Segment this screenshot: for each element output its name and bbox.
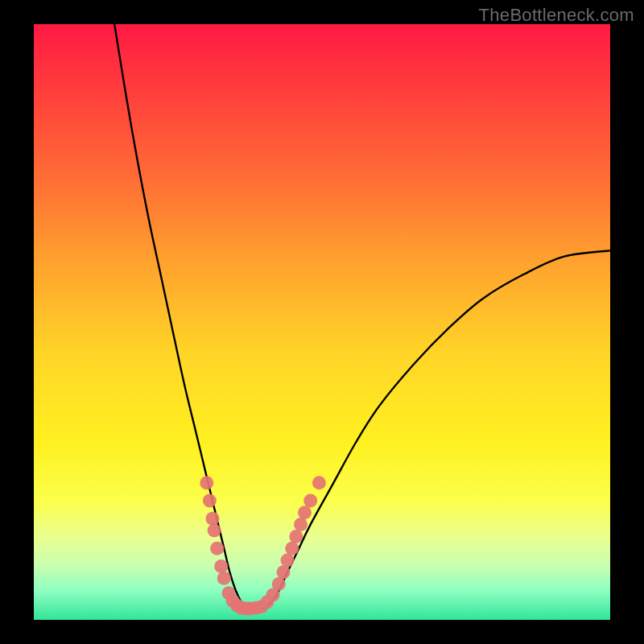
watermark-text: TheBottleneck.com [479,5,634,26]
chart-frame: TheBottleneck.com [0,0,644,644]
marker-dot [200,476,213,489]
marker-dot [312,476,326,489]
marker-dot [214,559,228,573]
chart-svg [34,24,610,620]
marker-dots [200,476,326,615]
marker-dot [294,518,308,531]
marker-dot [203,494,217,508]
marker-dot [277,565,291,579]
marker-dot [217,572,231,585]
curve-line [114,24,610,609]
marker-dot [272,577,286,591]
marker-dot [303,494,317,508]
marker-dot [298,506,312,519]
marker-dot [206,512,220,526]
marker-dot [210,542,224,555]
chart-plot-area [34,24,610,620]
marker-dot [289,530,303,543]
marker-dot [281,554,295,568]
marker-dot [208,524,221,538]
marker-dot [285,542,299,555]
